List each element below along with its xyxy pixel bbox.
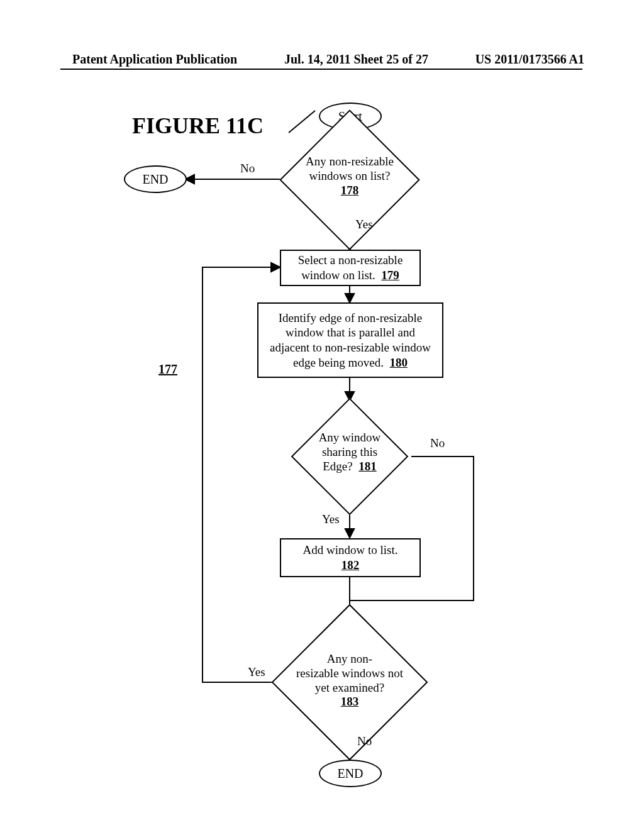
label-181-yes: Yes xyxy=(322,512,340,526)
label-183-yes: Yes xyxy=(248,665,265,679)
process-182: Add window to list. 182 xyxy=(280,538,421,577)
decision-183-text: Any non- resizable windows not yet exami… xyxy=(280,652,419,709)
svg-line-8 xyxy=(289,111,315,133)
label-178-yes: Yes xyxy=(355,218,373,231)
label-181-no: No xyxy=(430,436,445,450)
end-bottom-label: END xyxy=(337,766,363,781)
terminator-end-top: END xyxy=(124,165,187,193)
label-178-no: No xyxy=(240,162,255,175)
process-179: Select a non-resizable window on list. 1… xyxy=(280,250,421,286)
decision-178-text: Any non-resizable windows on list? 178 xyxy=(287,155,413,197)
end-top-label: END xyxy=(142,172,168,187)
terminator-end-bottom: END xyxy=(319,760,382,787)
flowchart: Start END Any non-resizable windows on l… xyxy=(0,0,644,830)
decision-181-text: Any window sharing this Edge? 181 xyxy=(299,431,400,473)
process-180: Identify edge of non-resizable window th… xyxy=(257,302,443,378)
label-183-no: No xyxy=(357,734,372,748)
